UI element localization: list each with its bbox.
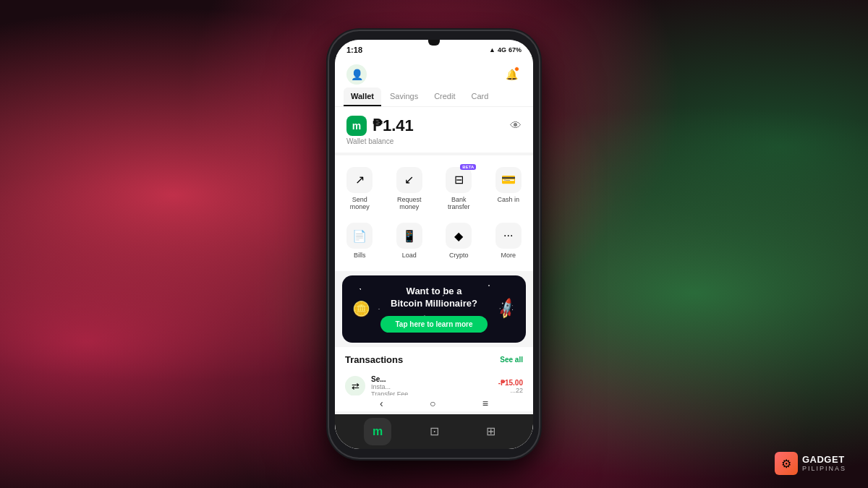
action-more[interactable]: ··· More [484, 217, 534, 265]
action-request[interactable]: ↙ Requestmoney [385, 161, 435, 218]
action-cashin[interactable]: 💳 Cash in [484, 161, 534, 218]
more-label: More [501, 252, 516, 260]
balance-left: m ₱1.41 [346, 116, 414, 136]
user-icon: 👤 [351, 69, 363, 80]
promo-cta-button[interactable]: Tap here to learn more [380, 316, 487, 333]
status-time: 1:18 [346, 46, 362, 54]
system-navigation: ‹ ○ ≡ [335, 395, 533, 411]
battery-icon: 67% [509, 46, 522, 53]
action-bills[interactable]: 📄 Bills [335, 217, 385, 265]
tab-navigation: Wallet Savings Credit Card [335, 87, 533, 107]
request-icon: ↙ [404, 173, 414, 187]
cashin-label: Cash in [497, 196, 519, 204]
request-label: Requestmoney [397, 196, 422, 212]
request-icon-wrap: ↙ [396, 167, 422, 193]
bank-label: Banktransfer [448, 196, 470, 212]
signal-icon: 4G [498, 46, 506, 53]
scroll-content: m ₱1.41 👁 Wallet balance ↗ [335, 107, 533, 429]
camera-notch [428, 40, 440, 46]
tx-amount: -₱15.00 [498, 379, 523, 387]
phone-screen: 1:18 ▲ 4G 67% 👤 🔔 Wa [335, 40, 533, 449]
app-header: 👤 🔔 [335, 60, 533, 87]
action-load[interactable]: 📱 Load [385, 217, 435, 265]
bottom-nav: m ⊡ ⊞ [335, 414, 533, 449]
transactions-header: Transactions See all [345, 354, 523, 365]
crypto-icon: ◆ [454, 229, 463, 243]
tx-sub: Insta... [371, 383, 493, 390]
load-label: Load [402, 252, 417, 260]
nav-scan-icon: ⊡ [430, 424, 439, 438]
gcash-logo: m [346, 116, 367, 136]
menu-button[interactable]: ≡ [482, 398, 488, 409]
more-icon: ··· [503, 229, 513, 242]
balance-label: Wallet balance [346, 137, 522, 145]
more-icon-wrap: ··· [495, 223, 522, 249]
watermark-brand: GADGET [802, 455, 846, 465]
tab-savings[interactable]: Savings [383, 87, 425, 106]
tab-card[interactable]: Card [464, 87, 495, 106]
balance-section: m ₱1.41 👁 Wallet balance [335, 107, 533, 153]
avatar-button[interactable]: 👤 [346, 64, 367, 85]
send-icon-wrap: ↗ [346, 167, 373, 193]
nav-scan-button[interactable]: ⊡ [420, 418, 448, 445]
tx-date: ...22 [498, 387, 523, 394]
notification-dot [514, 67, 519, 72]
send-label: Sendmoney [350, 196, 370, 212]
back-button[interactable]: ‹ [380, 398, 383, 409]
action-crypto[interactable]: ◆ Crypto [434, 217, 484, 265]
bills-label: Bills [354, 252, 366, 260]
phone-shell: 1:18 ▲ 4G 67% 👤 🔔 Wa [329, 31, 539, 458]
bank-icon: ⊟ [454, 173, 464, 187]
nav-home-icon: m [373, 425, 383, 438]
action-grid: ↗ Sendmoney ↙ Requestmoney ⊟ BETA [335, 155, 533, 271]
transactions-title: Transactions [345, 354, 403, 365]
balance-row: m ₱1.41 👁 [346, 116, 522, 136]
promo-headline: Want to be aBitcoin Millionaire? [391, 286, 477, 310]
action-send[interactable]: ↗ Sendmoney [335, 161, 385, 218]
load-icon-wrap: 📱 [396, 223, 422, 249]
bills-icon: 📄 [352, 229, 367, 243]
nav-grid-button[interactable]: ⊞ [477, 418, 504, 445]
scene: 1:18 ▲ 4G 67% 👤 🔔 Wa [0, 0, 868, 488]
watermark-sub: PILIPINAS [802, 465, 846, 472]
gadget-icon: ⚙ [781, 457, 791, 471]
bills-icon-wrap: 📄 [346, 223, 373, 249]
bank-icon-wrap: ⊟ BETA [446, 167, 472, 193]
status-icons: ▲ 4G 67% [489, 46, 522, 53]
wifi-icon: ▲ [489, 46, 495, 53]
cashin-icon: 💳 [501, 173, 516, 187]
tab-wallet[interactable]: Wallet [344, 87, 381, 106]
beta-badge: BETA [460, 164, 476, 170]
crypto-icon-wrap: ◆ [446, 223, 472, 249]
nav-home-button[interactable]: m [364, 418, 391, 445]
watermark-text-wrap: GADGET PILIPINAS [802, 455, 846, 472]
eye-button[interactable]: 👁 [510, 119, 522, 132]
cashin-icon-wrap: 💳 [495, 167, 522, 193]
nav-grid-icon: ⊞ [486, 424, 495, 438]
tab-credit[interactable]: Credit [427, 87, 462, 106]
see-all-link[interactable]: See all [500, 356, 523, 364]
watermark-icon: ⚙ [775, 452, 798, 475]
promo-banner[interactable]: 🪙 🚀 Want to be aBitcoin Millionaire? Tap… [342, 275, 526, 343]
send-icon: ↗ [355, 173, 365, 187]
watermark: ⚙ GADGET PILIPINAS [775, 452, 846, 475]
balance-amount: ₱1.41 [373, 116, 414, 135]
load-icon: 📱 [402, 229, 417, 243]
promo-coin-emoji: 🪙 [352, 300, 370, 317]
tx-icon: ⇄ [345, 376, 365, 396]
notification-button[interactable]: 🔔 [501, 64, 522, 85]
tx-name: Se... [371, 375, 493, 383]
tx-info: Se... Insta... Transfer Fee [371, 375, 493, 398]
crypto-label: Crypto [449, 252, 469, 260]
home-button[interactable]: ○ [430, 398, 435, 409]
action-bank[interactable]: ⊟ BETA Banktransfer [434, 161, 484, 218]
